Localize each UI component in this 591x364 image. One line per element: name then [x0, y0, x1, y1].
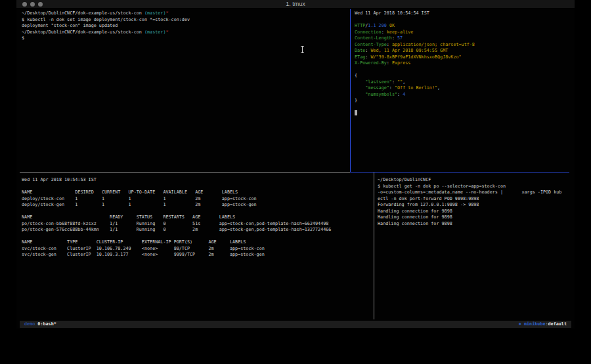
terminal-line: ~/Desktop/DublinCNCF/dok-example-us/stoc… [22, 30, 350, 36]
terminal-text-segment: , [437, 85, 440, 91]
terminal-line: deployment "stock-con" image updated [22, 23, 350, 30]
terminal-text-segment: -o=custom-columns=:metadata.name --no-he… [378, 190, 561, 195]
terminal-line [355, 17, 571, 24]
terminal-line [355, 67, 571, 73]
terminal-text-segment: 1.1 200 [368, 23, 386, 28]
terminal-text-segment: : [392, 35, 397, 41]
terminal-line: po/stock-con-bb68f88fd-kzsxz 1/1 Running… [22, 221, 371, 228]
terminal-text-segment: : [382, 30, 387, 35]
terminal-text-segment: X-Powered-By [355, 60, 387, 66]
terminal-line [22, 184, 371, 190]
terminal-text-segment: { [355, 73, 357, 78]
terminal-text-segment: : [389, 85, 395, 91]
terminal-text-segment: ~/Desktop/DublinCNCF [378, 177, 431, 182]
window-title: 1. tmux [16, 1, 575, 8]
terminal-line: deploy/stock-gen 1 1 1 1 2m app=stock-ge… [22, 202, 371, 209]
terminal-line: NAME READY STATUS RESTARTS AGE LABELS [22, 214, 371, 221]
terminal-text-segment: : [397, 92, 403, 97]
terminal-text-segment: : [387, 42, 392, 47]
terminal-line: ectl -n dok port-forward POD 9898:9898 [378, 196, 571, 203]
terminal-text-segment: 4 [403, 92, 405, 97]
pane-divider-vertical-top [350, 9, 351, 172]
terminal-text-segment: $ kubectl -n dok set image deployment/st… [22, 17, 190, 22]
terminal-text-segment: HTTP [355, 23, 365, 28]
terminal-text-segment: * [165, 30, 168, 35]
desktop-background: 1. tmux ~/Desktop/DublinCNCF/dok-example… [0, 0, 591, 364]
terminal-text-segment: Wed 11 Apr 2018 10:54:54 IST [355, 10, 429, 16]
terminal-line: Content-Type: application/json; charset=… [355, 42, 571, 49]
terminal-line: Content-Length: 57 [355, 35, 571, 42]
terminal-text-segment: Handling connection for 9898 [378, 221, 452, 226]
terminal-text-segment: Connection [355, 30, 382, 35]
terminal-text-segment: Handling connection for 9898 [378, 214, 452, 220]
terminal-line: Date: Wed, 11 Apr 2018 09:54:55 GMT [355, 48, 571, 54]
pane-divider-vertical-bottom [374, 172, 374, 319]
terminal-line: NAME DESIRED CURRENT UP-TO-DATE AVAILABL… [22, 190, 371, 196]
terminal-text-segment: Wed 11 Apr 2018 10:54:53 IST [22, 177, 97, 182]
terminal-line [22, 233, 371, 240]
terminal-line: "lastseen": "", [355, 79, 571, 86]
terminal-line: po/stock-gen-576cc688bb-44kmn 1/1 Runnin… [22, 227, 371, 233]
terminal-line: "numsymbols": 4 [355, 92, 571, 98]
terminal-line: Handling connection for 9898 [378, 221, 571, 228]
terminal-text-segment: ~/Desktop/DublinCNCF/dok-example-us/stoc… [22, 10, 144, 16]
terminal-text-segment: application/json; charset=utf-8 [392, 42, 475, 47]
terminal-line: svc/stock-con ClusterIP 10.106.78.249 <n… [22, 246, 371, 253]
pane-port-forward[interactable]: ~/Desktop/DublinCNCF$ kubectl get -n dok… [378, 177, 571, 319]
kube-context: minikube [521, 321, 546, 327]
terminal-line: Wed 11 Apr 2018 10:54:53 IST [22, 177, 371, 184]
terminal-text-segment: Forwarding from 127.0.0.1:9898 -> 9898 [378, 202, 479, 207]
pane-http-response[interactable]: Wed 11 Apr 2018 10:54:54 IST HTTP/1.1 20… [355, 10, 571, 171]
terminal-text-segment: ETag [355, 54, 365, 60]
terminal-text-segment: "lastseen" [365, 79, 392, 85]
status-right: ⎈ minikube:default [519, 321, 567, 328]
terminal-text-segment: (master) [144, 10, 166, 16]
window-item[interactable]: 0:bash* [35, 321, 56, 327]
terminal-line: } [355, 98, 571, 104]
terminal-text-segment: "message" [365, 85, 389, 91]
terminal-line: -o=custom-columns=:metadata.name --no-he… [378, 190, 571, 196]
terminal-text-segment: $ kubectl get -n dok po --selector=app=s… [378, 184, 506, 189]
terminal-line: Wed 11 Apr 2018 10:54:54 IST [355, 10, 571, 17]
terminal-text-segment [355, 85, 365, 91]
block-cursor [355, 110, 357, 115]
terminal-line: deploy/stock-con 1 1 1 1 2m app=stock-co… [22, 196, 371, 203]
terminal-line [22, 209, 371, 215]
terminal-text-segment: ectl -n dok port-forward POD 9898:9898 [378, 196, 479, 201]
terminal-text-segment: , [403, 79, 405, 85]
terminal-text-segment: (master) [144, 30, 166, 35]
terminal-line [355, 104, 571, 111]
terminal-text-segment: } [355, 98, 357, 103]
terminal-text-segment: "Off to Berlin!" [395, 85, 437, 91]
terminal-line: X-Powered-By: Express [355, 60, 571, 67]
terminal-text-segment: OK [389, 23, 395, 28]
terminal-line: "message": "Off to Berlin!", [355, 85, 571, 92]
terminal-line: $ [22, 35, 350, 42]
terminal-window: 1. tmux ~/Desktop/DublinCNCF/dok-example… [16, 0, 575, 329]
terminal-text-segment: Date [355, 48, 365, 53]
terminal-text-segment: W/"39-8xBPf9aF1dXVNkhsxoBQgJ8vKzo" [370, 54, 461, 60]
tmux-status-bar: demo 0:bash* ⎈ minikube:default [20, 321, 571, 328]
mouse-ibeam-pointer [301, 46, 304, 53]
terminal-text-segment: "numsymbols" [365, 92, 397, 97]
terminal-text-segment: Express [392, 60, 410, 66]
terminal-line: $ kubectl get -n dok po --selector=app=s… [378, 184, 571, 190]
terminal-text-segment: Wed, 11 Apr 2018 09:54:55 GMT [370, 48, 448, 53]
terminal-text-segment: ~/Desktop/DublinCNCF/dok-example-us/stoc… [22, 30, 144, 35]
terminal-text-segment: keep-alive [387, 30, 414, 35]
terminal-text-segment: "" [397, 79, 403, 85]
terminal-text-segment [355, 79, 365, 85]
terminal-line: ~/Desktop/DublinCNCF/dok-example-us/stoc… [22, 10, 350, 17]
terminal-line: NAME TYPE CLUSTER-IP EXTERNAL-IP PORT(S)… [22, 239, 371, 246]
terminal-line [355, 110, 571, 117]
pane-kubectl-get-watch[interactable]: Wed 11 Apr 2018 10:54:53 IST NAME DESIRE… [22, 177, 371, 319]
terminal-line: $ kubectl -n dok set image deployment/st… [22, 17, 350, 24]
pane-divider-horizontal-left [20, 172, 350, 172]
terminal-line: ETag: W/"39-8xBPf9aF1dXVNkhsxoBQgJ8vKzo" [355, 54, 571, 61]
pane-shell-kubectl-set-image[interactable]: ~/Desktop/DublinCNCF/dok-example-us/stoc… [22, 10, 350, 171]
kube-namespace: default [548, 321, 567, 327]
terminal-line: HTTP/1.1 200 OK [355, 23, 571, 30]
terminal-text-segment: Handling connection for 9898 [378, 209, 452, 214]
terminal-text-segment [355, 92, 365, 97]
terminal-line: { [355, 73, 571, 79]
